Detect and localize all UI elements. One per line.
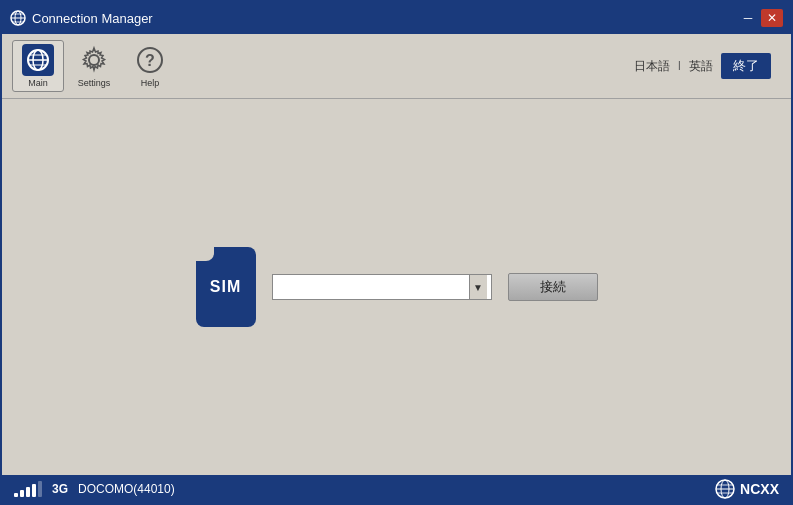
profile-dropdown[interactable]: ▼: [272, 274, 492, 300]
connect-button[interactable]: 接続: [508, 273, 598, 301]
title-bar: Connection Manager ─ ✕: [2, 2, 791, 34]
toolbar-right: 日本語 I 英語 終了: [634, 53, 771, 79]
status-left: 3G DOCOMO(44010): [14, 481, 175, 497]
carrier-label: DOCOMO(44010): [78, 482, 175, 496]
ncxx-logo: NCXX: [714, 478, 779, 500]
signal-bar-4: [32, 484, 36, 497]
toolbar: Main Settings: [2, 34, 791, 99]
status-right: NCXX: [714, 478, 779, 500]
title-bar-controls: ─ ✕: [737, 9, 783, 27]
signal-bars-icon: [14, 481, 42, 497]
toolbar-help-button[interactable]: ? Help: [124, 40, 176, 92]
connection-area: SIM ▼ 接続: [196, 247, 598, 327]
help-icon: ?: [134, 44, 166, 76]
signal-bar-5: [38, 481, 42, 497]
ncxx-globe-icon: [714, 478, 736, 500]
toolbar-help-label: Help: [141, 78, 160, 88]
signal-bar-1: [14, 493, 18, 497]
status-bar: 3G DOCOMO(44010) NCXX: [2, 475, 791, 503]
gear-icon: [78, 44, 110, 76]
lang-separator: I: [678, 59, 681, 73]
main-window: Connection Manager ─ ✕: [0, 0, 793, 505]
toolbar-main-button[interactable]: Main: [12, 40, 64, 92]
dropdown-arrow-icon: ▼: [469, 275, 487, 299]
title-bar-left: Connection Manager: [10, 10, 153, 26]
svg-text:?: ?: [145, 52, 155, 69]
app-icon: [10, 10, 26, 26]
signal-bar-2: [20, 490, 24, 497]
toolbar-settings-button[interactable]: Settings: [68, 40, 120, 92]
ncxx-brand-label: NCXX: [740, 481, 779, 497]
connection-type-label: 3G: [52, 482, 68, 496]
close-button[interactable]: ✕: [761, 9, 783, 27]
signal-bar-3: [26, 487, 30, 497]
sim-label: SIM: [210, 278, 241, 296]
japanese-lang-button[interactable]: 日本語: [634, 58, 670, 75]
content-area: SIM ▼ 接続: [2, 99, 791, 475]
title-bar-title: Connection Manager: [32, 11, 153, 26]
toolbar-buttons: Main Settings: [12, 40, 176, 92]
svg-point-12: [89, 55, 99, 65]
minimize-button[interactable]: ─: [737, 9, 759, 27]
toolbar-settings-label: Settings: [78, 78, 111, 88]
english-lang-button[interactable]: 英語: [689, 58, 713, 75]
globe-icon: [22, 44, 54, 76]
sim-card-icon: SIM: [196, 247, 256, 327]
exit-button[interactable]: 終了: [721, 53, 771, 79]
toolbar-main-label: Main: [28, 78, 48, 88]
